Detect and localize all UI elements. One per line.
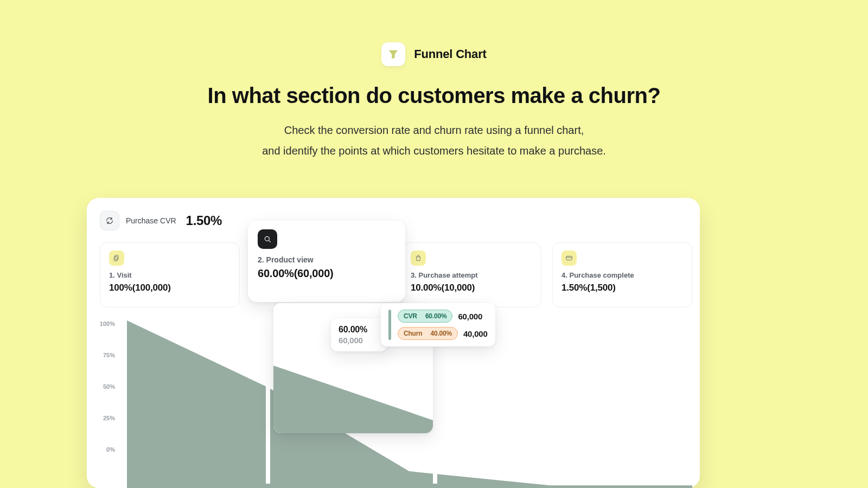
svg-rect-0 — [115, 255, 118, 260]
brand-name: Funnel Chart — [414, 47, 486, 61]
card-icon — [561, 251, 577, 266]
tooltip-cvr-row: CVR 60.00% 60,000 — [398, 310, 488, 323]
step-value: 100%(100,000) — [109, 282, 231, 293]
tooltip-simple: 60.00% 60,000 — [331, 318, 387, 351]
y-tick: 0% — [97, 446, 115, 453]
funnel-logo — [381, 42, 405, 66]
y-axis: 100% 75% 50% 25% 0% — [97, 320, 118, 488]
y-tick: 100% — [97, 320, 115, 327]
funnel-icon — [387, 48, 399, 60]
segment-separator — [572, 320, 576, 484]
kpi-value: 1.50% — [186, 213, 222, 228]
step-title: 3. Purchase attempt — [411, 271, 532, 279]
funnel-chart: 100% 75% 50% 25% 0% — [97, 320, 690, 488]
cvr-pill: CVR 60.00% — [398, 310, 452, 323]
brand: Funnel Chart — [381, 42, 486, 66]
step-value: 10.00%(10,000) — [411, 282, 532, 293]
churn-count: 40,000 — [463, 329, 488, 338]
svg-rect-1 — [114, 256, 117, 261]
step-title: 1. Visit — [109, 271, 231, 279]
cvr-count: 60,000 — [458, 312, 482, 321]
tooltip-count: 60,000 — [339, 336, 380, 345]
step-title: 2. Product view — [258, 255, 395, 264]
tooltip-churn-row: Churn 40.00% 40,000 — [398, 327, 488, 340]
search-icon — [258, 229, 277, 249]
step-card-purchase-attempt[interactable]: 3. Purchase attempt 10.00%(10,000) — [401, 242, 541, 307]
subcopy: Check the conversion rate and churn rate… — [163, 120, 705, 161]
svg-point-3 — [265, 236, 269, 241]
y-tick: 25% — [97, 415, 115, 421]
svg-rect-2 — [566, 256, 572, 260]
segment-separator — [266, 320, 270, 484]
refresh-chip[interactable] — [100, 211, 119, 230]
step-title: 4. Purchase complete — [561, 271, 683, 279]
plot-area[interactable]: 60.00% 60,000 CVR 60.00% 60,000 Churn 40… — [127, 320, 690, 488]
step-card-purchase-complete[interactable]: 4. Purchase complete 1.50%(1,500) — [552, 242, 692, 307]
bag-icon — [411, 251, 426, 266]
hero: Funnel Chart In what section do customer… — [0, 0, 868, 161]
tooltip-detail-bar — [388, 310, 391, 340]
tooltip-percent: 60.00% — [339, 325, 380, 335]
tooltip-detail: CVR 60.00% 60,000 Churn 40.00% 40,000 — [381, 303, 495, 346]
headline: In what section do customers make a chur… — [0, 84, 868, 108]
step-value: 1.50%(1,500) — [561, 282, 683, 293]
dashboard-panel: Purchase CVR 1.50% 1. Visit 100%(100,000… — [87, 198, 700, 488]
step-card-visit[interactable]: 1. Visit 100%(100,000) — [100, 242, 240, 307]
churn-pill: Churn 40.00% — [398, 327, 458, 340]
y-tick: 75% — [97, 352, 115, 358]
step-value: 60.00%(60,000) — [258, 267, 395, 280]
y-tick: 50% — [97, 383, 115, 390]
refresh-icon — [105, 216, 114, 225]
kpi-label: Purchase CVR — [126, 216, 176, 225]
copy-icon — [109, 251, 124, 266]
step-card-product-view-highlight[interactable]: 2. Product view 60.00%(60,000) — [248, 221, 405, 302]
